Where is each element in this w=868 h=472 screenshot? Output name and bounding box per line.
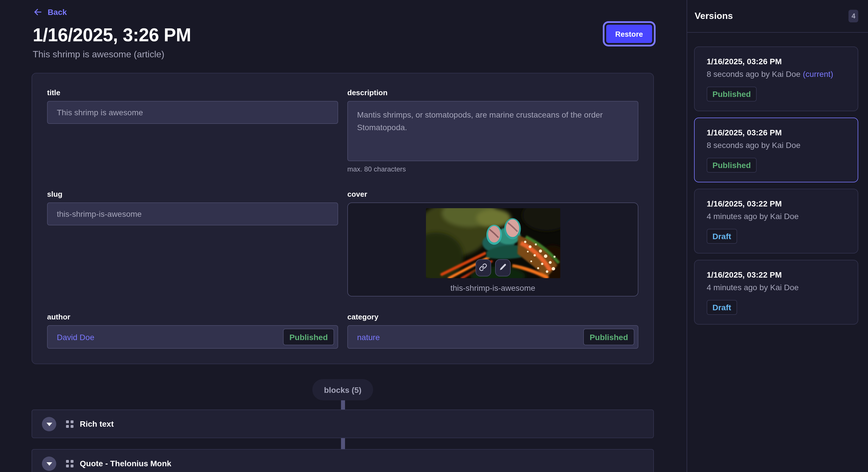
cover-caption: this-shrimp-is-awesome xyxy=(451,283,535,293)
restore-button[interactable]: Restore xyxy=(606,25,652,43)
field-author: author David Doe Published xyxy=(47,312,338,349)
cover-label: cover xyxy=(347,190,639,199)
block-accordion-quote[interactable]: Quote - Thelonius Monk xyxy=(32,449,654,472)
blocks-connector xyxy=(341,400,345,409)
field-title: title xyxy=(47,88,338,124)
blocks-connector xyxy=(341,438,345,449)
version-status-badge: Draft xyxy=(707,229,737,244)
version-date: 1/16/2025, 03:22 PM xyxy=(707,269,846,280)
version-status-badge: Published xyxy=(707,87,756,102)
category-relation-box: nature Published xyxy=(347,325,639,349)
block-title: Quote - Thelonius Monk xyxy=(80,459,172,468)
version-date: 1/16/2025, 03:26 PM xyxy=(707,127,846,138)
field-description: description Mantis shrimps, or stomatopo… xyxy=(347,88,639,174)
version-meta: 8 seconds ago by Kai Doe(current) xyxy=(707,69,846,80)
page: Back 1/16/2025, 3:26 PM This shrimp is a… xyxy=(0,0,868,472)
version-form-card: title description Mantis shrimps, or sto… xyxy=(32,73,654,364)
block-title: Rich text xyxy=(80,419,114,429)
version-list: 1/16/2025, 03:26 PM 8 seconds ago by Kai… xyxy=(687,33,868,334)
author-status-badge: Published xyxy=(283,329,334,345)
version-card-selected[interactable]: 1/16/2025, 03:26 PM 8 seconds ago by Kai… xyxy=(694,117,858,182)
page-title: 1/16/2025, 3:26 PM xyxy=(33,24,687,46)
description-textarea[interactable]: Mantis shrimps, or stomatopods, are mari… xyxy=(347,101,639,161)
field-slug: slug xyxy=(47,190,338,225)
category-status-badge: Published xyxy=(583,329,634,345)
block-accordion-rich-text[interactable]: Rich text xyxy=(32,409,654,438)
version-date: 1/16/2025, 03:26 PM xyxy=(707,56,846,67)
accordion-toggle-button[interactable] xyxy=(42,417,56,431)
version-meta: 8 seconds ago by Kai Doe xyxy=(707,140,846,151)
category-label: category xyxy=(347,312,639,322)
title-input[interactable] xyxy=(47,101,338,124)
version-meta: 4 minutes ago by Kai Doe xyxy=(707,282,846,293)
drag-handle-icon[interactable] xyxy=(66,460,73,467)
version-status-badge: Published xyxy=(707,158,756,173)
chevron-down-icon xyxy=(46,462,52,466)
field-category: category nature Published xyxy=(347,312,639,349)
chevron-down-icon xyxy=(46,423,52,426)
description-hint: max. 80 characters xyxy=(347,165,639,174)
description-label: description xyxy=(347,88,639,98)
main-content: Back 1/16/2025, 3:26 PM This shrimp is a… xyxy=(0,0,687,472)
slug-input[interactable] xyxy=(47,202,338,225)
back-arrow-icon xyxy=(33,7,42,16)
author-relation-box: David Doe Published xyxy=(47,325,338,349)
link-icon xyxy=(479,263,487,273)
current-version-label: (current) xyxy=(803,69,833,78)
accordion-toggle-button[interactable] xyxy=(42,456,56,471)
field-cover: cover xyxy=(347,190,639,297)
version-card[interactable]: 1/16/2025, 03:22 PM 4 minutes ago by Kai… xyxy=(694,260,858,325)
category-link[interactable]: nature xyxy=(357,332,380,341)
versions-count-badge: 4 xyxy=(849,10,858,22)
version-meta: 4 minutes ago by Kai Doe xyxy=(707,211,846,222)
blocks-count-pill: blocks (5) xyxy=(313,379,373,400)
pencil-icon xyxy=(499,263,506,272)
versions-header: Versions 4 xyxy=(687,0,868,33)
edit-cover-button[interactable] xyxy=(495,259,510,276)
author-link[interactable]: David Doe xyxy=(57,332,94,341)
cover-actions xyxy=(475,259,510,276)
blocks-section: blocks (5) Rich text Quote - Th xyxy=(32,379,654,472)
versions-title: Versions xyxy=(694,11,733,21)
cover-box: this-shrimp-is-awesome xyxy=(347,202,639,297)
page-subtitle: This shrimp is awesome (article) xyxy=(33,49,687,60)
back-label: Back xyxy=(48,7,67,16)
drag-handle-icon[interactable] xyxy=(66,420,73,428)
versions-sidebar: Versions 4 1/16/2025, 03:26 PM 8 seconds… xyxy=(687,0,868,472)
version-card[interactable]: 1/16/2025, 03:22 PM 4 minutes ago by Kai… xyxy=(694,189,858,254)
back-link[interactable]: Back xyxy=(33,7,67,16)
version-date: 1/16/2025, 03:22 PM xyxy=(707,198,846,209)
slug-label: slug xyxy=(47,190,338,199)
copy-link-button[interactable] xyxy=(475,259,491,276)
title-label: title xyxy=(47,88,338,98)
version-status-badge: Draft xyxy=(707,300,737,315)
author-label: author xyxy=(47,312,338,322)
version-card[interactable]: 1/16/2025, 03:26 PM 8 seconds ago by Kai… xyxy=(694,46,858,111)
